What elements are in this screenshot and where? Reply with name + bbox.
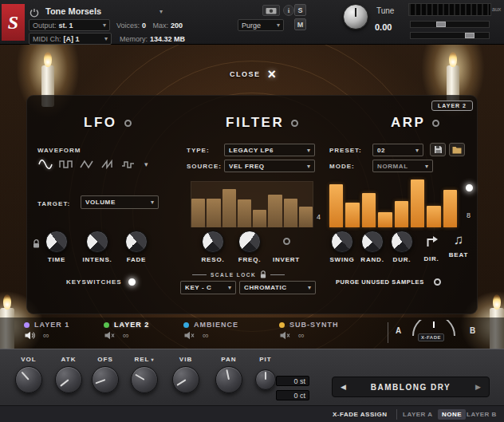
layer-label[interactable]: AMBIENCE [194,321,238,329]
pitch-cents-field[interactable]: 0 ct [276,390,309,400]
layer-label[interactable]: LAYER 1 [34,321,69,329]
link-icon[interactable]: ∞ [123,331,129,340]
release-dropdown-icon[interactable]: ▾ [151,357,154,362]
link-icon[interactable]: ∞ [203,331,209,340]
attack-knob[interactable] [55,366,82,393]
filter-type-dropdown[interactable]: LEGACY LP6 ▾ [224,144,315,156]
step-bar[interactable] [253,210,266,227]
saw-wave-button[interactable] [98,157,117,172]
invert-led[interactable] [283,238,290,245]
pitch-knob[interactable] [255,369,276,390]
sine-wave-button[interactable] [36,157,55,172]
close-button[interactable]: CLOSE × [230,64,276,85]
arp-power-led[interactable] [432,120,439,127]
time-knob[interactable] [45,231,68,253]
pan-knob[interactable] [215,366,242,393]
prev-sample-icon[interactable]: ◀ [341,383,346,391]
link-icon[interactable]: ∞ [298,331,305,340]
step-bar[interactable] [411,179,424,227]
layer-item-2[interactable]: LAYER 2 ∞ [104,321,149,340]
vibrato-knob[interactable] [172,366,199,393]
info-icon[interactable]: i [283,5,294,16]
assign-option-none[interactable]: NONE [438,409,466,420]
step-bar[interactable] [268,195,282,227]
aux-slider-2[interactable] [410,32,490,39]
release-knob[interactable] [131,366,158,393]
lock-icon[interactable] [33,237,40,251]
slider-handle[interactable] [465,33,474,38]
next-sample-icon[interactable]: ▶ [475,383,481,391]
volume-knob[interactable] [15,366,42,393]
step-bar[interactable] [345,203,359,227]
filter-power-led[interactable] [291,120,298,127]
filter-steps-count[interactable]: 4 [317,213,321,221]
random-wave-button[interactable] [119,157,138,172]
step-bar[interactable] [222,189,236,227]
link-icon[interactable]: ∞ [43,331,49,340]
step-bar[interactable] [191,199,205,227]
step-bar[interactable] [207,199,220,227]
intensity-knob[interactable] [86,231,108,253]
layer-label[interactable]: LAYER 2 [114,321,149,329]
offset-control: OFS [88,356,123,393]
load-preset-button[interactable] [449,143,465,156]
slider-handle[interactable] [436,22,446,27]
arp-step-table[interactable] [329,179,457,227]
speaker-muted-icon[interactable] [104,331,115,340]
assign-option-layer-a[interactable]: LAYER A [403,411,433,418]
output-dropdown[interactable]: Output: st. 1 ▾ [29,19,110,31]
assign-option-layer-b[interactable]: LAYER B [467,411,497,418]
layer-item-3[interactable]: AMBIENCE ∞ [183,321,238,340]
solo-button[interactable]: S [294,4,306,16]
duration-knob[interactable] [391,231,413,253]
filter-step-table[interactable] [191,181,313,227]
filter-source-dropdown[interactable]: VEL FREQ ▾ [224,160,315,172]
snapshot-camera-button[interactable] [262,5,280,16]
frequency-knob[interactable] [238,231,261,253]
layer-item-4[interactable]: SUB-SYNTH ∞ [279,321,339,340]
tune-knob[interactable] [343,4,368,30]
pitch-semitones-field[interactable]: 0 st [276,376,309,386]
save-preset-button[interactable] [430,143,446,156]
step-bar[interactable] [362,193,376,227]
direction-icon[interactable] [425,235,439,251]
layer-item-1[interactable]: LAYER 1 ∞ [24,321,69,340]
aux-slider-1[interactable] [410,21,490,28]
step-bar[interactable] [443,190,457,227]
preset-dropdown[interactable]: 02 ▾ [372,144,423,156]
step-bar[interactable] [238,199,251,227]
fade-knob[interactable] [125,231,148,253]
speaker-muted-icon[interactable] [280,331,290,340]
step-bar[interactable] [395,201,408,227]
layer-label[interactable]: SUB-SYNTH [289,321,339,329]
step-bar[interactable] [299,207,313,227]
step-bar[interactable] [378,212,392,227]
offset-knob[interactable] [92,366,119,393]
lfo-power-led[interactable] [124,120,132,127]
key-dropdown[interactable]: KEY - C ▾ [180,281,236,294]
step-bar[interactable] [427,206,440,227]
mute-button[interactable]: M [294,18,306,30]
square-wave-button[interactable] [57,157,76,172]
scale-dropdown[interactable]: CHROMATIC ▾ [239,281,316,294]
resonance-knob[interactable] [202,231,224,253]
step-bar[interactable] [284,199,297,227]
arp-table-led[interactable] [466,184,473,191]
swing-knob[interactable] [331,231,353,253]
random-knob[interactable] [361,231,384,253]
mode-dropdown[interactable]: NORMAL ▾ [372,160,433,172]
target-dropdown[interactable]: VOLUME ▾ [81,195,159,209]
speaker-muted-icon[interactable] [184,331,195,340]
purge-samples-led[interactable] [434,278,441,286]
sample-name[interactable]: BAMBLONG DRY [346,383,475,392]
purge-dropdown[interactable]: Purge ▾ [238,19,284,31]
step-bar[interactable] [329,184,343,227]
title-dropdown-icon[interactable]: ▾ [159,8,163,15]
speaker-on-icon[interactable] [25,331,35,340]
triangle-wave-button[interactable] [77,157,96,172]
waveform-dropdown-icon[interactable]: ▾ [144,160,148,168]
keyswitches-led[interactable] [128,278,136,286]
beat-icon[interactable]: ♫ [454,232,464,248]
midi-channel-dropdown[interactable]: MIDI Ch: [A] 1 ▾ [29,33,112,45]
arp-steps-count[interactable]: 8 [467,211,471,219]
